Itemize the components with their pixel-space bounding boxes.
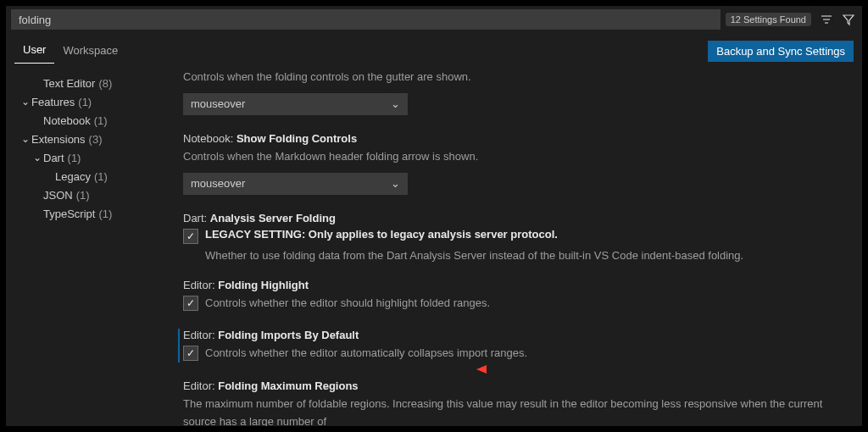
setting-scope: Editor: [183, 379, 215, 392]
setting-description: Controls when the folding controls on th… [183, 69, 843, 86]
tree-count: (3) [89, 133, 103, 146]
annotation-arrow-icon [476, 363, 519, 375]
tree-item-json[interactable]: JSON (1) [19, 186, 163, 204]
tree-count: (8) [98, 77, 112, 90]
scope-tabs: User Workspace Backup and Sync Settings [6, 30, 862, 64]
checkbox-label: Controls whether the editor should highl… [205, 295, 490, 313]
setting-description: The maximum number of foldable regions. … [183, 396, 843, 426]
tab-workspace[interactable]: Workspace [54, 39, 126, 64]
search-bar: 12 Settings Found [6, 6, 862, 30]
chevron-down-icon: ⌄ [31, 152, 43, 163]
search-input[interactable] [11, 9, 721, 30]
tree-count: (1) [94, 114, 108, 127]
tree-count: (1) [76, 189, 90, 202]
setting-name: Folding Maximum Regions [218, 379, 358, 392]
tree-item-extensions[interactable]: ⌄ Extensions (3) [19, 130, 163, 148]
checkbox-dart-folding[interactable]: ✓ [183, 229, 198, 244]
tree-label: Text Editor [43, 77, 95, 90]
settings-tree: Text Editor (8) ⌄ Features (1) Notebook … [6, 69, 163, 426]
checkbox-label: LEGACY SETTING: Only applies to legacy a… [205, 228, 558, 241]
setting-name: Folding Highlight [218, 279, 309, 291]
tab-user[interactable]: User [14, 38, 54, 64]
tree-label: JSON [43, 189, 73, 202]
checkbox-folding-imports[interactable]: ✓ [183, 346, 198, 361]
settings-list: Controls when the folding controls on th… [163, 69, 862, 426]
tree-item-notebook[interactable]: Notebook (1) [19, 111, 163, 130]
backup-sync-button[interactable]: Backup and Sync Settings [708, 41, 854, 62]
setting-show-folding-controls-gutter: Controls when the folding controls on th… [178, 69, 843, 115]
tree-item-text-editor[interactable]: Text Editor (8) [19, 74, 163, 92]
setting-description: Controls when the Markdown header foldin… [183, 148, 843, 166]
settings-window: 12 Settings Found User Workspace Backup … [6, 6, 862, 426]
tree-label: Dart [43, 152, 64, 164]
chevron-down-icon: ⌄ [19, 96, 31, 108]
dropdown-value: mouseover [191, 177, 245, 190]
setting-name: Analysis Server Folding [210, 212, 336, 224]
tree-item-dart[interactable]: ⌄ Dart (1) [19, 148, 163, 167]
setting-scope: Notebook: [183, 132, 233, 145]
dropdown-notebook-folding[interactable]: mouseover ⌄ [183, 173, 408, 195]
chevron-down-icon: ⌄ [391, 177, 400, 190]
setting-name: Folding Imports By Default [218, 329, 359, 341]
tree-label: Legacy [55, 170, 91, 183]
clear-filter-icon[interactable] [818, 11, 835, 28]
tree-item-features[interactable]: ⌄ Features (1) [19, 92, 163, 111]
setting-notebook-show-folding-controls: Notebook: Show Folding Controls Controls… [178, 132, 843, 195]
chevron-down-icon: ⌄ [391, 97, 400, 110]
setting-editor-folding-imports-by-default: Editor: Folding Imports By Default ✓ Con… [178, 329, 843, 363]
setting-scope: Editor: [183, 329, 215, 341]
setting-scope: Editor: [183, 279, 215, 291]
tree-count: (1) [78, 96, 92, 108]
dropdown-value: mouseover [191, 97, 245, 110]
setting-editor-folding-highlight: Editor: Folding Highlight ✓ Controls whe… [178, 279, 843, 313]
tree-label: Features [31, 96, 75, 108]
dropdown-show-folding-controls[interactable]: mouseover ⌄ [183, 93, 408, 115]
tree-label: Notebook [43, 114, 91, 127]
setting-scope: Dart: [183, 212, 207, 224]
svg-marker-4 [476, 365, 487, 374]
tree-item-legacy[interactable]: Legacy (1) [19, 167, 163, 186]
setting-name: Show Folding Controls [236, 132, 357, 145]
tree-count: (1) [98, 208, 112, 220]
checkbox-folding-highlight[interactable]: ✓ [183, 296, 198, 311]
setting-dart-analysis-server-folding: Dart: Analysis Server Folding ✓ LEGACY S… [178, 212, 843, 262]
checkbox-label: Controls whether the editor automaticall… [205, 345, 527, 363]
chevron-down-icon: ⌄ [19, 133, 31, 145]
filter-icon[interactable] [840, 11, 857, 28]
setting-editor-folding-maximum-regions: Editor: Folding Maximum Regions The maxi… [178, 379, 843, 426]
results-count-badge: 12 Settings Found [726, 13, 811, 26]
tree-item-typescript[interactable]: TypeScript (1) [19, 204, 163, 223]
tree-count: (1) [94, 170, 108, 183]
setting-description: Whether to use folding data from the Dar… [183, 249, 843, 262]
tree-label: TypeScript [43, 208, 95, 220]
tree-count: (1) [68, 152, 81, 164]
tree-label: Extensions [31, 133, 86, 146]
